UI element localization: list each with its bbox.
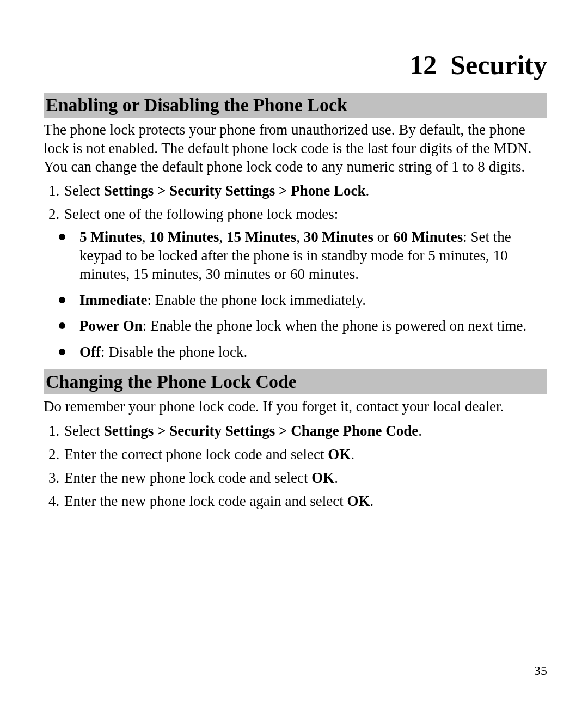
section-heading-change-code: Changing the Phone Lock Code <box>44 369 547 394</box>
section1-intro: The phone lock protects your phone from … <box>44 121 547 176</box>
page-number: 35 <box>534 663 547 678</box>
section2-step-4: Enter the new phone lock code again and … <box>63 492 547 511</box>
chapter-name: Security <box>450 50 547 80</box>
section1-steps: Select Settings > Security Settings > Ph… <box>44 181 547 224</box>
bullet-minutes: 5 Minutes, 10 Minutes, 15 Minutes, 30 Mi… <box>58 228 547 283</box>
section2-step-2: Enter the correct phone lock code and se… <box>63 445 547 464</box>
chapter-title: 12 Security <box>44 49 547 81</box>
section-heading-enable-lock: Enabling or Disabling the Phone Lock <box>44 93 547 118</box>
section1-step-1: Select Settings > Security Settings > Ph… <box>63 181 547 200</box>
document-page: 12 Security Enabling or Disabling the Ph… <box>0 0 588 543</box>
section2-step-1: Select Settings > Security Settings > Ch… <box>63 422 547 441</box>
section1-bullets: 5 Minutes, 10 Minutes, 15 Minutes, 30 Mi… <box>44 228 547 362</box>
bullet-immediate: Immediate: Enable the phone lock immedia… <box>58 291 547 310</box>
section2-step-3: Enter the new phone lock code and select… <box>63 468 547 488</box>
chapter-number: 12 <box>409 50 437 80</box>
section1-step-2: Select one of the following phone lock m… <box>63 205 547 224</box>
section2-steps: Select Settings > Security Settings > Ch… <box>44 422 547 511</box>
section2-intro: Do remember your phone lock code. If you… <box>44 398 547 416</box>
bullet-power-on: Power On: Enable the phone lock when the… <box>58 317 547 336</box>
bullet-off: Off: Disable the phone lock. <box>58 343 547 362</box>
